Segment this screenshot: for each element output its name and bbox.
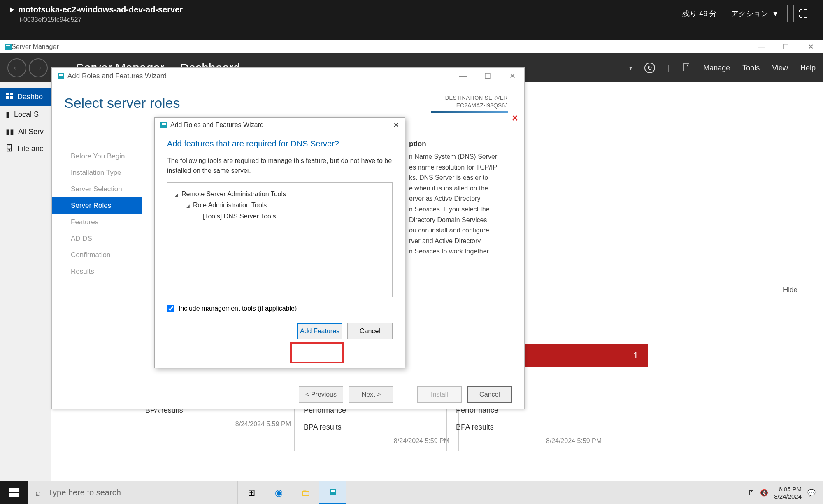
system-tray: 🖥 🔇 6:05 PM 8/24/2024 💬 xyxy=(748,485,823,500)
menu-help[interactable]: Help xyxy=(800,64,816,72)
nav-ad-ds[interactable]: AD DS xyxy=(64,230,142,247)
wizard-minimize-button[interactable]: — xyxy=(457,72,469,81)
nav-features[interactable]: Features xyxy=(64,214,142,230)
taskbar-search[interactable]: ⌕ Type here to search xyxy=(28,481,238,504)
session-topbar: mototsuka-ec2-windows-ad-dev-ad-server i… xyxy=(0,0,823,40)
action-dropdown[interactable]: アクション▼ xyxy=(723,5,788,22)
minimize-button[interactable]: — xyxy=(749,41,774,53)
sidebar-item-file-storage[interactable]: 🗄 File anc xyxy=(0,140,51,157)
cancel-button[interactable]: Cancel xyxy=(467,386,512,403)
tree-node-rsat[interactable]: Remote Server Administration Tools xyxy=(175,188,385,200)
install-button[interactable]: Install xyxy=(417,386,462,403)
flag-icon[interactable] xyxy=(682,63,691,74)
server-icon: ▮ xyxy=(6,110,10,119)
include-tools-checkbox[interactable]: Include management tools (if applicable) xyxy=(167,305,393,312)
edge-icon[interactable]: ◉ xyxy=(265,481,292,504)
window-titlebar: Server Manager — ☐ ✕ xyxy=(0,40,823,53)
search-placeholder: Type here to search xyxy=(48,488,121,497)
nested-description: The following tools are required to mana… xyxy=(167,156,393,176)
nav-results[interactable]: Results xyxy=(64,263,142,280)
tree-node-dns-tools: [Tools] DNS Server Tools xyxy=(175,211,385,222)
play-icon xyxy=(10,7,14,12)
wizard-maximize-button[interactable]: ☐ xyxy=(481,72,494,81)
svg-rect-0 xyxy=(6,93,9,95)
svg-rect-7 xyxy=(14,493,19,497)
welcome-panel: Hide xyxy=(519,112,807,301)
description-heading: ption xyxy=(409,140,508,148)
svg-rect-6 xyxy=(9,493,14,497)
tree-node-role-admin[interactable]: Role Administration Tools xyxy=(175,200,385,211)
description-text: n Name System (DNS) Server es name resol… xyxy=(409,151,508,257)
nested-question: Add features that are required for DNS S… xyxy=(167,139,393,149)
nav-back-button[interactable]: ← xyxy=(7,58,26,77)
server-manager-task-icon[interactable] xyxy=(319,481,346,504)
close-button[interactable]: ✕ xyxy=(798,41,823,53)
sidebar-item-local-server[interactable]: ▮ Local S xyxy=(0,106,51,123)
fullscreen-button[interactable] xyxy=(793,5,813,22)
wizard-close-button[interactable]: ✕ xyxy=(506,72,518,81)
svg-rect-4 xyxy=(9,488,14,492)
window-title: Server Manager xyxy=(12,43,59,51)
destination-server: DESTINATION SERVER EC2AMAZ-I93QS6J xyxy=(445,94,508,110)
include-tools-checkbox-input[interactable] xyxy=(167,305,174,312)
dashboard-icon xyxy=(6,92,13,102)
servers-icon: ▮▮ xyxy=(6,127,14,136)
nav-server-selection[interactable]: Server Selection xyxy=(64,181,142,197)
nested-titlebar[interactable]: Add Roles and Features Wizard ✕ xyxy=(155,118,405,132)
svg-rect-5 xyxy=(14,488,19,492)
instance-name: mototsuka-ec2-windows-ad-dev-ad-server xyxy=(18,5,183,14)
add-features-button[interactable]: Add Features xyxy=(297,323,342,339)
feature-tree: Remote Server Administration Tools Role … xyxy=(167,182,393,297)
storage-icon: 🗄 xyxy=(6,144,13,153)
header-dropdown-icon[interactable]: ▾ xyxy=(629,65,632,71)
svg-rect-2 xyxy=(6,96,9,99)
wizard-titlebar[interactable]: Add Roles and Features Wizard — ☐ ✕ xyxy=(52,68,524,84)
nav-server-roles[interactable]: Server Roles xyxy=(52,197,142,214)
main-content: Hide 1 ty BPA results 8/24/2024 5:59 PM … xyxy=(51,82,823,504)
menu-manage[interactable]: Manage xyxy=(703,64,730,72)
hide-link[interactable]: Hide xyxy=(783,286,797,294)
sidebar-item-dashboard[interactable]: Dashbo xyxy=(0,88,51,106)
notifications-icon[interactable]: 💬 xyxy=(807,489,816,497)
start-button[interactable] xyxy=(0,481,28,504)
time-remaining: 残り 49 分 xyxy=(682,9,717,19)
wizard-footer: < Previous Next > Install Cancel xyxy=(52,380,524,409)
maximize-button[interactable]: ☐ xyxy=(774,41,798,53)
taskbar: ⌕ Type here to search ⊞ ◉ 🗀 🖥 🔇 6:05 PM … xyxy=(0,481,823,504)
nested-cancel-button[interactable]: Cancel xyxy=(347,323,393,339)
nested-icon xyxy=(160,122,167,128)
nav-before-you-begin[interactable]: Before You Begin xyxy=(64,148,142,165)
add-features-dialog: Add Roles and Features Wizard ✕ Add feat… xyxy=(154,117,405,368)
nav-installation-type[interactable]: Installation Type xyxy=(64,165,142,181)
menu-view[interactable]: View xyxy=(772,64,788,72)
refresh-icon[interactable]: ↻ xyxy=(644,63,655,73)
menu-tools[interactable]: Tools xyxy=(742,64,760,72)
bpa-results-2[interactable]: BPA results xyxy=(295,419,458,436)
svg-rect-1 xyxy=(10,93,13,95)
wizard-nav: Before You Begin Installation Type Serve… xyxy=(52,111,142,406)
next-button[interactable]: Next > xyxy=(349,386,393,403)
sidebar: Dashbo ▮ Local S ▮▮ All Serv 🗄 File anc xyxy=(0,82,51,504)
wizard-icon xyxy=(58,73,64,79)
tray-network-icon[interactable]: 🖥 xyxy=(748,489,754,497)
instance-id: i-0633ef015fc94d527 xyxy=(20,16,183,23)
sidebar-item-all-servers[interactable]: ▮▮ All Serv xyxy=(0,123,51,140)
bpa-timestamp-2: 8/24/2024 5:59 PM xyxy=(295,436,458,446)
search-icon: ⌕ xyxy=(35,488,41,498)
file-explorer-icon[interactable]: 🗀 xyxy=(292,481,319,504)
nested-close-button[interactable]: ✕ xyxy=(393,121,399,130)
server-manager-icon xyxy=(5,44,12,50)
bpa-results-3[interactable]: BPA results xyxy=(447,419,611,436)
nested-title: Add Roles and Features Wizard xyxy=(170,121,264,129)
taskbar-clock[interactable]: 6:05 PM 8/24/2024 xyxy=(774,485,802,500)
bpa-timestamp-3: 8/24/2024 5:59 PM xyxy=(447,436,611,446)
tray-volume-icon[interactable]: 🔇 xyxy=(760,489,768,497)
svg-rect-3 xyxy=(10,96,13,99)
wizard-title: Add Roles and Features Wizard xyxy=(67,72,167,80)
previous-button[interactable]: < Previous xyxy=(299,386,343,403)
nav-forward-button[interactable]: → xyxy=(29,58,48,77)
task-view-icon[interactable]: ⊞ xyxy=(238,481,265,504)
bpa-timestamp: 8/24/2024 5:59 PM xyxy=(136,419,300,430)
nav-confirmation[interactable]: Confirmation xyxy=(64,247,142,263)
